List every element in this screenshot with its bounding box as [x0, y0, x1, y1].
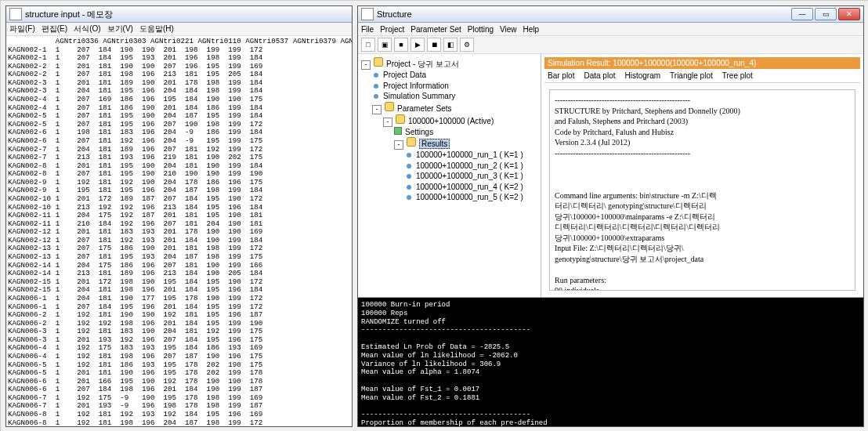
- result-line: genotyping\structure\당귀 보고서\project_data: [555, 254, 850, 265]
- result-line: Run parameters:: [555, 275, 850, 286]
- toolbar-plot-icon[interactable]: ◧: [443, 38, 458, 52]
- notepad-menu-item[interactable]: 편집(E): [42, 24, 67, 34]
- result-line: [555, 169, 850, 180]
- console-line: Mean value of Fst_2 = 0.1881: [361, 394, 860, 403]
- result-tabs: Bar plotData plotHistogramTriangle plotT…: [544, 69, 860, 83]
- tree-run[interactable]: 100000+100000_run_2 ( K=1 ): [405, 161, 537, 172]
- notepad-menu-item[interactable]: 도움말(H): [139, 24, 174, 34]
- result-line: 디렉터리\디렉터리\디렉터리\디렉터리\디렉터리: [555, 222, 850, 233]
- toolbar-stop-icon[interactable]: ⏹: [427, 38, 441, 52]
- console-line: Proportion of membership of each pre-def…: [361, 419, 860, 426]
- structure-title: Structure: [377, 9, 412, 19]
- structure-menu-item[interactable]: Plotting: [468, 25, 494, 34]
- close-button[interactable]: ✕: [838, 8, 860, 20]
- data-row: KAGN006-1 1 204 181 190 177 195 178 190 …: [8, 295, 350, 303]
- structure-menu-item[interactable]: View: [500, 25, 517, 34]
- console-line: [361, 377, 860, 386]
- data-row: KAGN006-4 1 192 181 198 196 207 187 190 …: [8, 353, 350, 361]
- result-line: [555, 264, 850, 275]
- tree-run[interactable]: 100000+100000_run_4 ( K=2 ): [405, 182, 537, 193]
- notepad-menu-item[interactable]: 파일(F): [9, 24, 35, 34]
- tree-paramsets[interactable]: -Parameter Sets-100000+100000 (Active)Se…: [372, 102, 537, 203]
- console-line: 100000 Reps: [361, 310, 860, 318]
- result-line: and Falush, Stephens and Pritchard (2003…: [555, 116, 850, 127]
- structure-window: Structure — ▭ ✕ FileProjectParameter Set…: [357, 5, 864, 427]
- structure-menu-item[interactable]: Project: [380, 25, 404, 34]
- toolbar-save-icon[interactable]: ■: [394, 38, 408, 52]
- tree-run[interactable]: 100000+100000_run_3 ( K=1 ): [405, 171, 537, 182]
- notepad-icon: [9, 8, 22, 20]
- result-line: [555, 179, 850, 190]
- data-row: KAGN006-8 1 192 181 198 196 204 187 198 …: [8, 419, 350, 426]
- structure-menu-item[interactable]: File: [361, 25, 374, 34]
- console-line: [361, 403, 860, 411]
- console-line: Estimated Ln Prob of Data = -2825.5: [361, 343, 860, 352]
- toolbar-setting-icon[interactable]: ⚙: [460, 38, 474, 52]
- data-row: KAGN002-6 1 207 181 192 196 204 -9 195 1…: [8, 137, 350, 146]
- console-line: RANDOMIZE turned off: [361, 318, 860, 327]
- result-line: 당귀\100000+100000\extraparams: [555, 233, 850, 244]
- project-tree[interactable]: -Project - 당귀 보고서 Project DataProject In…: [358, 54, 541, 297]
- tree-active-set[interactable]: -100000+100000 (Active)Settings-Results1…: [383, 114, 537, 203]
- result-line: Input File: Z:\디렉터리\디렉터리\당귀\: [555, 243, 850, 254]
- console-line: ----------------------------------------: [361, 326, 860, 335]
- result-tab[interactable]: Tree plot: [722, 71, 753, 80]
- structure-titlebar: Structure — ▭ ✕: [358, 6, 863, 23]
- minimize-button[interactable]: —: [791, 8, 813, 20]
- result-line: 당귀\100000+100000\mainparams -e Z:\디렉터리: [555, 212, 850, 223]
- tree-project-root[interactable]: -Project - 당귀 보고서 Project DataProject In…: [361, 57, 537, 203]
- notepad-content[interactable]: AGNtri0336 AGNtri0303 AGNtri0221 AGNtri0…: [6, 36, 352, 426]
- notepad-menu-item[interactable]: 서식(O): [74, 24, 100, 34]
- result-line: ----------------------------------------…: [555, 95, 850, 106]
- structure-menubar: FileProjectParameter SetPlottingViewHelp: [358, 23, 863, 36]
- result-header: Simulation Result: 100000+100000(100000+…: [544, 57, 860, 69]
- console-line: ----------------------------------------: [361, 411, 860, 419]
- column-header: AGNtri0336 AGNtri0303 AGNtri0221 AGNtri0…: [8, 38, 350, 46]
- console-line: 100000 Burn-in period: [361, 301, 860, 310]
- result-line: ----------------------------------------…: [555, 148, 850, 159]
- tree-node[interactable]: Project Information: [372, 81, 537, 92]
- result-line: Version 2.3.4 (Jul 2012): [555, 137, 850, 148]
- structure-menu-item[interactable]: Parameter Set: [410, 25, 461, 34]
- toolbar-run-icon[interactable]: ▶: [410, 38, 425, 52]
- notepad-window: structure input - 메모장 파일(F)편집(E)서식(O)보기(…: [5, 5, 353, 427]
- result-line: 90 individuals: [555, 285, 850, 291]
- structure-menu-item[interactable]: Help: [523, 25, 540, 34]
- result-pane: Simulation Result: 100000+100000(100000+…: [541, 54, 863, 297]
- tree-run[interactable]: 100000+100000_run_1 ( K=1 ): [405, 150, 537, 161]
- result-line: Code by Pritchard, Falush and Hubisz: [555, 127, 850, 138]
- tree-settings[interactable]: Settings: [394, 127, 537, 138]
- result-tab[interactable]: Data plot: [584, 71, 615, 80]
- result-text[interactable]: ----------------------------------------…: [549, 89, 855, 291]
- data-row: KAGN006-8 1 192 181 192 193 192 184 195 …: [8, 411, 350, 419]
- result-line: Command line arguments: bin\structure -m…: [555, 190, 850, 201]
- notepad-menu-item[interactable]: 보기(V): [107, 24, 133, 34]
- console-output[interactable]: 100000 Burn-in period100000 RepsRANDOMIZ…: [358, 298, 863, 426]
- console-line: Mean value of Fst_1 = 0.0017: [361, 386, 860, 394]
- toolbar-open-icon[interactable]: ▣: [378, 38, 392, 52]
- tree-node[interactable]: Simulation Summary: [372, 91, 537, 102]
- tree-results[interactable]: -Results100000+100000_run_1 ( K=1 )10000…: [394, 137, 537, 203]
- result-line: 터리\디렉터리\ genotyping\structure\디렉터리: [555, 201, 850, 212]
- result-line: STRUCTURE by Pritchard, Stephens and Don…: [555, 106, 850, 117]
- notepad-titlebar: structure input - 메모장: [6, 6, 352, 23]
- notepad-menubar: 파일(F)편집(E)서식(O)보기(V)도움말(H): [6, 23, 352, 36]
- tree-run[interactable]: 100000+100000_run_5 ( K=2 ): [405, 192, 537, 203]
- result-tab[interactable]: Histogram: [625, 71, 661, 80]
- result-tab[interactable]: Bar plot: [548, 71, 574, 80]
- console-line: [361, 335, 860, 343]
- notepad-title: structure input - 메모장: [25, 9, 113, 20]
- console-line: Variance of ln likelihood = 306.9: [361, 360, 860, 369]
- result-line: [555, 158, 850, 169]
- structure-toolbar: □ ▣ ■ ▶ ⏹ ◧ ⚙: [358, 36, 863, 54]
- maximize-button[interactable]: ▭: [815, 8, 837, 20]
- data-row: KAGN002-10 1 201 172 189 187 207 184 195…: [8, 195, 350, 204]
- structure-icon: [361, 8, 374, 20]
- console-line: Mean value of ln likelihood = -2062.0: [361, 352, 860, 360]
- tree-node[interactable]: Project Data: [372, 70, 537, 81]
- result-tab[interactable]: Triangle plot: [670, 71, 713, 80]
- toolbar-new-icon[interactable]: □: [361, 38, 375, 52]
- console-line: Mean value of alpha = 1.8074: [361, 368, 860, 377]
